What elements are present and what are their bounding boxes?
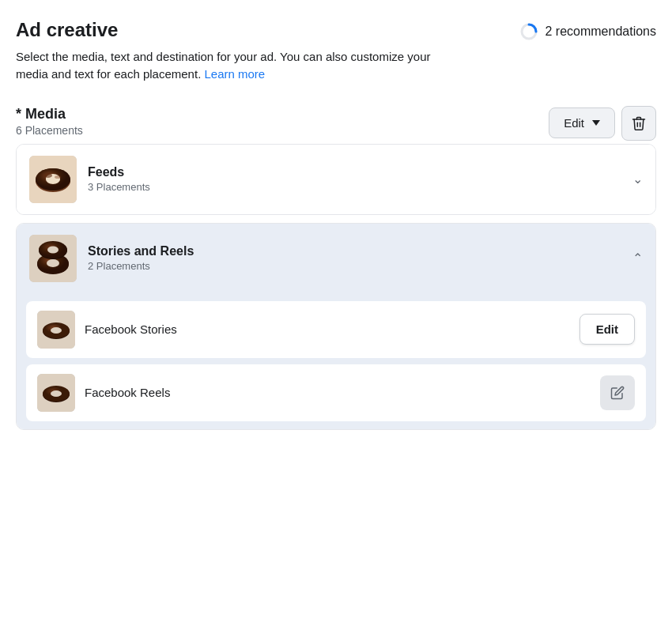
placement-group-feeds: Feeds 3 Placements ⌄	[16, 144, 656, 215]
stories-reels-name: Stories and Reels	[88, 244, 194, 258]
facebook-reels-thumbnail	[37, 374, 75, 412]
media-placements-count: 6 Placements	[16, 124, 83, 137]
edit-button-label: Edit	[564, 116, 584, 130]
stories-reels-text: Stories and Reels 2 Placements	[88, 244, 194, 272]
svg-point-8	[55, 175, 61, 179]
placement-group-stories-reels-info: Stories and Reels 2 Placements	[29, 235, 194, 282]
pencil-icon	[610, 386, 625, 400]
header-row: Ad creative 2 recommendations	[16, 19, 656, 42]
facebook-reels-pencil-button[interactable]	[600, 375, 635, 410]
media-title-group: * Media 6 Placements	[16, 106, 83, 137]
spinner-icon	[519, 22, 538, 41]
page-title: Ad creative	[16, 19, 118, 42]
svg-point-23	[51, 390, 62, 397]
trash-button[interactable]	[621, 106, 656, 141]
facebook-stories-info: Facebook Stories	[37, 311, 177, 349]
facebook-stories-thumbnail	[37, 311, 75, 349]
svg-point-19	[51, 327, 62, 334]
facebook-stories-edit-button[interactable]: Edit	[580, 314, 635, 345]
stories-reels-chevron-up-icon: ⌃	[632, 251, 643, 266]
media-actions: Edit	[549, 106, 656, 141]
recommendations-badge: 2 recommendations	[519, 19, 656, 41]
placement-group-feeds-info: Feeds 3 Placements	[29, 156, 150, 203]
recommendations-count: 2 recommendations	[545, 25, 656, 39]
trash-icon	[631, 115, 647, 131]
svg-point-12	[47, 259, 59, 267]
donut-image-2	[29, 235, 77, 282]
chevron-down-icon	[592, 120, 600, 126]
placement-item-facebook-stories: Facebook Stories Edit	[26, 301, 646, 358]
feeds-thumbnail	[29, 156, 77, 203]
feeds-name: Feeds	[88, 165, 150, 179]
media-title: * Media	[16, 106, 83, 123]
facebook-reels-name: Facebook Reels	[85, 386, 170, 399]
donut-image	[29, 156, 77, 203]
media-header: * Media 6 Placements Edit	[16, 106, 656, 141]
svg-point-15	[47, 246, 59, 253]
donut-image-stories	[37, 311, 75, 349]
placement-items-container: Facebook Stories Edit	[17, 293, 655, 429]
facebook-stories-name: Facebook Stories	[85, 322, 177, 336]
description: Select the media, text and destination f…	[16, 48, 459, 84]
feeds-text: Feeds 3 Placements	[88, 165, 150, 193]
feeds-chevron-down-icon: ⌄	[632, 172, 643, 187]
learn-more-link[interactable]: Learn more	[204, 67, 265, 81]
edit-button[interactable]: Edit	[549, 107, 615, 138]
stories-reels-placements: 2 Placements	[88, 260, 194, 272]
placement-group-stories-reels-header[interactable]: Stories and Reels 2 Placements ⌃	[17, 224, 655, 293]
stories-reels-thumbnail	[29, 235, 77, 282]
feeds-placements: 3 Placements	[88, 181, 150, 193]
media-section: * Media 6 Placements Edit	[16, 106, 656, 430]
placement-group-feeds-header[interactable]: Feeds 3 Placements ⌄	[17, 145, 655, 214]
placement-group-stories-reels: Stories and Reels 2 Placements ⌃	[16, 223, 656, 430]
donut-image-reels	[37, 374, 75, 412]
placement-item-facebook-reels: Facebook Reels	[26, 364, 646, 421]
svg-point-7	[44, 173, 52, 178]
facebook-reels-info: Facebook Reels	[37, 374, 170, 412]
